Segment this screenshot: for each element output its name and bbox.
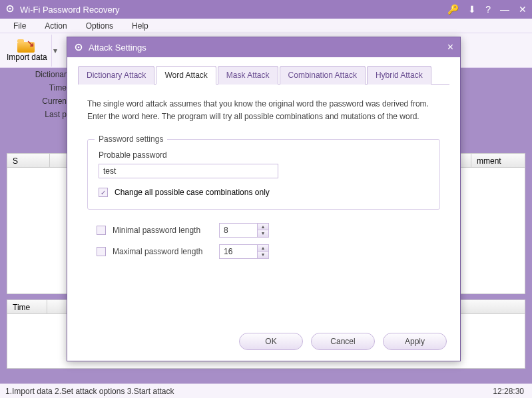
min-length-down[interactable]: ▼ xyxy=(258,230,268,237)
info-last: Last p xyxy=(7,108,67,121)
dialog-titlebar[interactable]: Attack Settings × xyxy=(67,37,460,57)
app-icon xyxy=(5,4,16,15)
max-length-spinner: ▲ ▼ xyxy=(219,244,269,259)
dialog-title: Attack Settings xyxy=(89,43,447,53)
tab-hybrid-attack[interactable]: Hybrid Attack xyxy=(367,66,431,85)
max-length-input[interactable] xyxy=(219,244,258,259)
svg-point-3 xyxy=(78,47,80,49)
min-length-spinner: ▲ ▼ xyxy=(219,223,269,238)
svg-point-1 xyxy=(9,8,11,10)
menubar: File Action Options Help xyxy=(0,19,532,33)
statusbar-time: 12:28:30 xyxy=(493,387,527,396)
menu-options[interactable]: Options xyxy=(77,19,123,33)
statusbar: 1.Import data 2.Set attack options 3.Sta… xyxy=(0,383,532,398)
info-panel: Dictionar Time Curren Last p xyxy=(7,68,67,121)
dialog-icon xyxy=(74,43,83,52)
case-combinations-label: Change all possible case combinations on… xyxy=(115,188,270,197)
tab-dictionary-attack[interactable]: Dictionary Attack xyxy=(78,66,154,85)
max-length-checkbox[interactable] xyxy=(97,247,106,256)
max-length-up[interactable]: ▲ xyxy=(258,245,268,252)
max-length-label: Maximal password length xyxy=(113,247,212,256)
help-icon[interactable]: ? xyxy=(485,5,491,14)
info-dictionary: Dictionar xyxy=(7,68,67,81)
tab-content: The single word attack assumes that you … xyxy=(78,85,449,279)
password-settings-fieldset: Password settings Probable password Chan… xyxy=(87,139,440,210)
toolbar-dropdown[interactable]: ▾ xyxy=(51,35,59,67)
close-icon[interactable]: ✕ xyxy=(519,5,527,14)
download-icon[interactable]: ⬇ xyxy=(468,5,476,14)
min-length-input[interactable] xyxy=(219,223,258,238)
probable-password-label: Probable password xyxy=(99,150,429,160)
window-title: Wi-Fi Password Recovery xyxy=(20,5,447,15)
description-text: The single word attack assumes that you … xyxy=(87,98,440,123)
import-data-button[interactable]: ↘ Import data xyxy=(3,38,51,63)
ok-button[interactable]: OK xyxy=(239,333,303,350)
folder-import-icon: ↘ xyxy=(17,39,36,53)
tab-mask-attack[interactable]: Mask Attack xyxy=(218,66,278,85)
tab-word-attack[interactable]: Word Attack xyxy=(156,66,216,85)
probable-password-input[interactable] xyxy=(99,164,278,178)
case-combinations-checkbox[interactable] xyxy=(99,188,108,197)
col-ssid[interactable]: S xyxy=(7,154,50,167)
key-icon[interactable]: 🔑 xyxy=(447,5,459,14)
min-length-checkbox[interactable] xyxy=(97,226,106,235)
menu-action[interactable]: Action xyxy=(35,19,76,33)
cancel-button[interactable]: Cancel xyxy=(311,333,375,350)
attack-settings-dialog: Attack Settings × Dictionary Attack Word… xyxy=(67,37,461,361)
main-titlebar: Wi-Fi Password Recovery 🔑 ⬇ ? — ✕ xyxy=(0,0,532,19)
dialog-tabs: Dictionary Attack Word Attack Mask Attac… xyxy=(78,65,449,85)
col-time[interactable]: Time xyxy=(7,300,47,313)
min-length-up[interactable]: ▲ xyxy=(258,224,268,230)
info-time: Time xyxy=(7,81,67,95)
fieldset-legend: Password settings xyxy=(95,134,167,144)
import-data-label: Import data xyxy=(7,53,47,62)
tab-combination-attack[interactable]: Combination Attack xyxy=(280,66,366,85)
col-comment[interactable]: mment xyxy=(471,154,525,167)
minimize-icon[interactable]: — xyxy=(500,5,509,14)
min-length-label: Minimal password length xyxy=(113,226,212,235)
max-length-down[interactable]: ▼ xyxy=(258,252,268,258)
statusbar-text: 1.Import data 2.Set attack options 3.Sta… xyxy=(5,387,493,396)
menu-file[interactable]: File xyxy=(4,19,35,33)
menu-help[interactable]: Help xyxy=(123,19,158,33)
apply-button[interactable]: Apply xyxy=(383,333,447,350)
info-current: Curren xyxy=(7,95,67,108)
dialog-close-icon[interactable]: × xyxy=(447,41,453,53)
